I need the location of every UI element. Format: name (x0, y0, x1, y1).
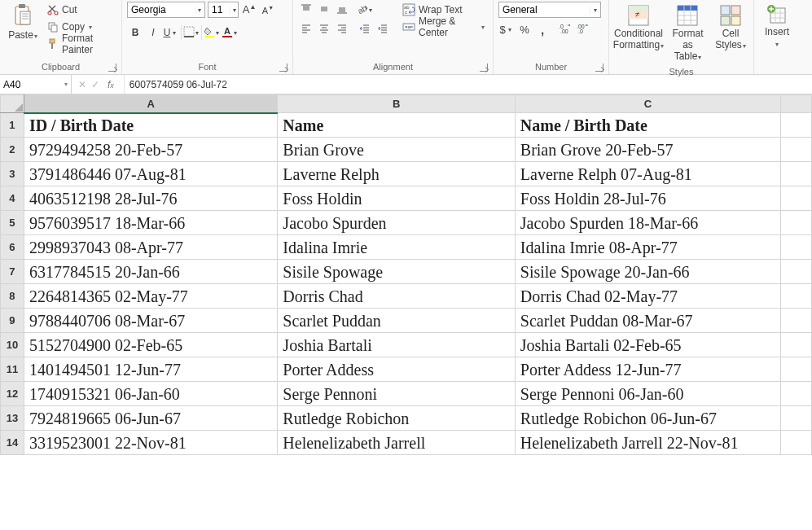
cell[interactable]: Jacobo Spurden 18-Mar-66 (515, 211, 780, 235)
cell[interactable]: 6317784515 20-Jan-66 (24, 260, 277, 284)
cell[interactable] (781, 162, 812, 186)
align-center-button[interactable] (316, 21, 332, 37)
name-box[interactable]: ▾ (0, 75, 72, 94)
font-color-button[interactable]: A▾ (222, 24, 238, 41)
insert-button[interactable]: Insert▾ (759, 2, 795, 52)
cell[interactable] (781, 406, 812, 431)
cell[interactable]: Idalina Imrie (278, 235, 515, 260)
row-header[interactable]: 14 (1, 431, 24, 455)
font-size-combo[interactable]: ▾ (208, 2, 239, 18)
conditional-formatting-button[interactable]: ≠ Conditional Formatting▾ (614, 2, 663, 54)
cell[interactable]: Foss Holdin (278, 186, 515, 211)
cell[interactable]: 9576039517 18-Mar-66 (24, 211, 277, 235)
cell[interactable]: Joshia Bartali 02-Feb-65 (515, 333, 780, 357)
cell[interactable] (781, 186, 812, 211)
cell[interactable] (781, 260, 812, 284)
cell[interactable]: Name / Birth Date (515, 113, 780, 138)
row-header[interactable]: 2 (1, 138, 24, 162)
cell[interactable]: 1740915321 06-Jan-60 (24, 382, 277, 406)
cell[interactable]: Name (278, 113, 515, 138)
cell[interactable]: 3791486446 07-Aug-81 (24, 162, 277, 186)
row-header[interactable]: 1 (1, 113, 24, 138)
row-header[interactable]: 10 (1, 333, 24, 357)
cell[interactable]: Helenelizabeth Jarrell 22-Nov-81 (515, 431, 780, 455)
dropdown-icon[interactable]: ▾ (64, 81, 68, 88)
column-header-a[interactable]: A (24, 95, 277, 113)
dropdown-icon[interactable]: ▾ (590, 7, 600, 14)
dialog-launcher-icon[interactable] (108, 64, 116, 72)
column-header-d[interactable] (781, 95, 812, 113)
font-name-combo[interactable]: ▾ (127, 2, 205, 18)
cell[interactable]: Dorris Chad (278, 284, 515, 309)
cell[interactable] (781, 382, 812, 406)
cell[interactable] (781, 138, 812, 162)
row-header[interactable]: 12 (1, 382, 24, 406)
cancel-icon[interactable]: ✕ (78, 79, 86, 90)
percent-button[interactable]: % (516, 21, 533, 37)
align-right-button[interactable] (334, 21, 350, 37)
format-painter-button[interactable]: Format Painter (44, 36, 116, 52)
cell[interactable]: Laverne Relph 07-Aug-81 (515, 162, 780, 186)
number-format-combo[interactable]: ▾ (498, 2, 601, 18)
cell[interactable] (781, 284, 812, 309)
increase-indent-button[interactable] (375, 21, 391, 37)
format-as-table-button[interactable]: Format as Table▾ (666, 2, 709, 65)
bold-button[interactable]: B (127, 24, 143, 41)
cell[interactable] (781, 113, 812, 138)
cell[interactable]: Brian Grove (278, 138, 515, 162)
borders-button[interactable]: ▾ (183, 24, 200, 41)
orientation-button[interactable]: ab▾ (357, 2, 373, 18)
dialog-launcher-icon[interactable] (595, 64, 604, 72)
cell[interactable]: Laverne Relph (278, 162, 515, 186)
paste-button[interactable]: Paste▾ (5, 2, 41, 44)
increase-font-button[interactable]: A▲ (241, 2, 257, 18)
cell[interactable]: Jacobo Spurden (278, 211, 515, 235)
decrease-font-button[interactable]: A▼ (260, 2, 276, 18)
name-box-input[interactable] (3, 79, 64, 90)
cell[interactable]: 2264814365 02-May-77 (24, 284, 277, 309)
cell[interactable]: Helenelizabeth Jarrell (278, 431, 515, 455)
cell[interactable]: ID / Birth Date (24, 113, 277, 138)
accounting-format-button[interactable]: $▾ (498, 21, 515, 37)
cell[interactable] (781, 235, 812, 260)
cell[interactable]: Sisile Spowage 20-Jan-66 (515, 260, 780, 284)
underline-button[interactable]: U▾ (163, 24, 179, 41)
cell[interactable]: 2998937043 08-Apr-77 (24, 235, 277, 260)
cell[interactable]: 5152704900 02-Feb-65 (24, 333, 277, 357)
select-all-corner[interactable] (1, 95, 24, 113)
cell[interactable]: Idalina Imrie 08-Apr-77 (515, 235, 780, 260)
align-middle-button[interactable] (316, 2, 332, 18)
cell[interactable]: Foss Holdin 28-Jul-76 (515, 186, 780, 211)
cell[interactable]: 7924819665 06-Jun-67 (24, 406, 277, 431)
dialog-launcher-icon[interactable] (279, 64, 287, 72)
cell[interactable]: 1401494501 12-Jun-77 (24, 357, 277, 382)
dialog-launcher-icon[interactable] (480, 64, 488, 72)
number-format-input[interactable] (499, 4, 590, 15)
enter-icon[interactable]: ✓ (91, 79, 99, 90)
cell[interactable] (781, 309, 812, 333)
row-header[interactable]: 3 (1, 162, 24, 186)
cell[interactable]: Rutledge Robichon 06-Jun-67 (515, 406, 780, 431)
italic-button[interactable]: I (145, 24, 161, 41)
decrease-indent-button[interactable] (357, 21, 373, 37)
cell[interactable]: Serge Pennoni 06-Jan-60 (515, 382, 780, 406)
align-top-button[interactable] (298, 2, 314, 18)
cell[interactable]: Sisile Spowage (278, 260, 515, 284)
cut-button[interactable]: Cut (44, 2, 116, 18)
cell[interactable]: Serge Pennoni (278, 382, 515, 406)
cell[interactable]: Joshia Bartali (278, 333, 515, 357)
font-size-input[interactable] (208, 4, 230, 15)
cell[interactable] (781, 211, 812, 235)
cell[interactable]: 3319523001 22-Nov-81 (24, 431, 277, 455)
row-header[interactable]: 7 (1, 260, 24, 284)
row-header[interactable]: 6 (1, 235, 24, 260)
cell[interactable]: 4063512198 28-Jul-76 (24, 186, 277, 211)
cell[interactable]: Scarlet Puddan (278, 309, 515, 333)
dropdown-icon[interactable]: ▾ (230, 7, 238, 14)
cell[interactable]: 9788440706 08-Mar-67 (24, 309, 277, 333)
row-header[interactable]: 13 (1, 406, 24, 431)
cell[interactable] (781, 357, 812, 382)
increase-decimal-button[interactable]: .0.00 (557, 21, 573, 37)
formula-input[interactable]: 6007574059 06-Jul-72 (125, 79, 812, 90)
row-header[interactable]: 9 (1, 309, 24, 333)
